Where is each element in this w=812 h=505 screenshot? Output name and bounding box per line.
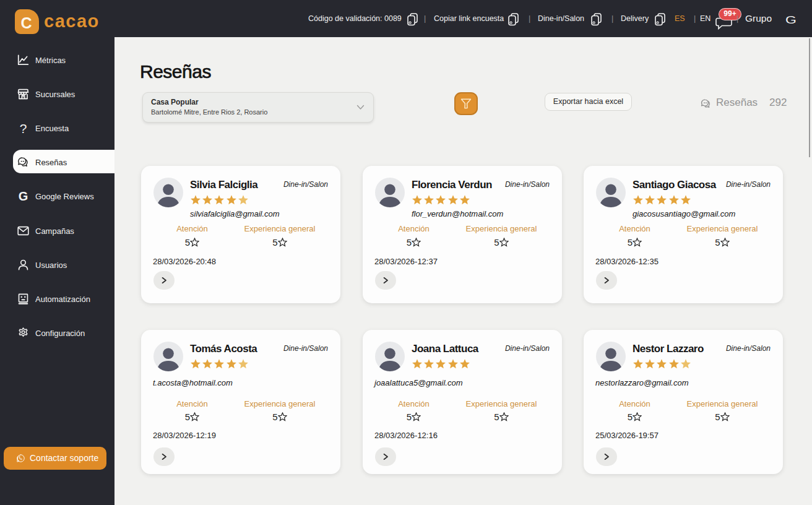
- svg-text:C: C: [21, 14, 32, 32]
